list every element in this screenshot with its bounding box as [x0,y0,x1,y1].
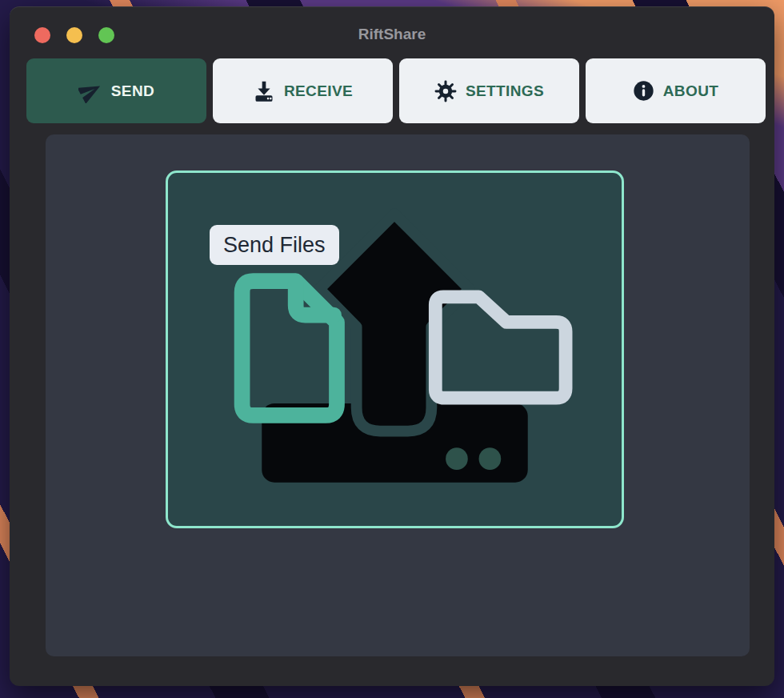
tab-settings[interactable]: SETTINGS [399,58,579,123]
send-panel: Send Files [46,134,750,656]
send-files-label: Send Files [210,225,339,265]
tab-bar: SEND RECEIVE [10,58,774,123]
tab-label: SEND [111,82,154,100]
titlebar: RiftShare [10,6,774,53]
tab-label: SETTINGS [466,82,544,100]
folder-outline-shape [435,297,566,398]
riftshare-window: RiftShare SEND RECEIVE [10,6,774,686]
tab-label: ABOUT [663,82,719,100]
tab-label: RECEIVE [284,82,353,100]
drive-dot [479,447,502,470]
download-tray-icon [253,80,275,102]
tab-about[interactable]: ABOUT [586,58,766,123]
window-title: RiftShare [10,26,774,43]
gear-icon [434,80,457,102]
tab-send[interactable]: SEND [26,58,206,123]
info-circle-icon [633,80,654,102]
paper-plane-icon [78,79,102,103]
send-files-dropzone[interactable]: Send Files [166,170,624,528]
drive-dot [446,447,468,470]
tab-receive[interactable]: RECEIVE [213,58,393,123]
